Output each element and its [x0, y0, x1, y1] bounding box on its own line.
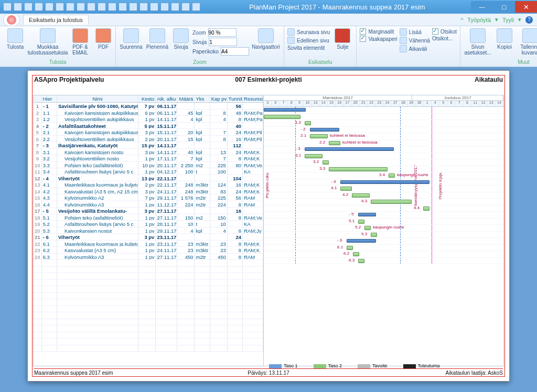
qat-misc3-icon[interactable] — [119, 3, 127, 11]
gantt-row: 5.3 — [264, 232, 503, 238]
legend-sw-4 — [403, 364, 416, 368]
summary-bar — [310, 128, 339, 132]
table-row — [34, 293, 263, 300]
group-print: Tulosta Muokkaa tulostusasetuksia PDF & … — [0, 26, 116, 67]
arrow-right-icon — [287, 28, 295, 36]
table-row — [34, 325, 263, 332]
group-label-other: Muut — [464, 59, 537, 66]
papersize-input[interactable] — [221, 47, 249, 56]
qat-paste-icon[interactable] — [66, 3, 74, 11]
qat-misc1-icon[interactable] — [98, 3, 106, 11]
gantt-body: Projektin alku Projektin loppu Itsenäisy… — [264, 107, 503, 264]
qat-misc2-icon[interactable] — [108, 3, 116, 11]
qat-misc6-icon[interactable] — [150, 3, 158, 11]
tab-preview-print[interactable]: Esikatselu ja tulostus — [23, 15, 89, 25]
pages-input[interactable] — [209, 38, 237, 46]
bar-id-label: 2.2 — [319, 140, 325, 145]
page-header: ASApro Projektipalvelu 007 Esimerkki-pro… — [34, 76, 503, 92]
gantt-row: - 5 — [264, 212, 503, 219]
headers-checkbox[interactable] — [432, 28, 438, 35]
save-image-button[interactable]: Tallenna kuvana — [517, 27, 537, 56]
gantt-row: 3.3 — [264, 166, 503, 173]
fit-elements-button[interactable]: Sovita elementit — [287, 45, 330, 51]
qat-print-icon[interactable] — [35, 3, 43, 11]
gantt-row: 4.2 — [264, 192, 503, 199]
help-icon[interactable]: ? — [525, 16, 533, 24]
qat-redo-icon[interactable] — [87, 3, 95, 11]
app-orb[interactable] — [3, 14, 20, 26]
qat-misc10-icon[interactable] — [192, 3, 200, 11]
headers-settings-button[interactable]: Otsikot... — [432, 36, 457, 41]
landscape-checkbox[interactable] — [360, 36, 366, 42]
qat-save-icon[interactable] — [24, 3, 33, 11]
table-row — [34, 280, 263, 287]
print-button[interactable]: Tulosta — [3, 27, 27, 50]
bar-id-label: 4.3 — [361, 199, 367, 203]
gantt-row: 6.2 — [264, 251, 503, 258]
table-row: 113.4Asfalttirouheen lisäys (arvio 5 c1 … — [34, 168, 263, 175]
pdf-button[interactable]: PDF — [94, 27, 112, 50]
zoom-label: Zoom — [192, 30, 206, 36]
task-bar — [353, 252, 359, 256]
table-row: 4- 2Asfalttilaattakohteet5 pv15.11.1740 — [34, 123, 263, 129]
qat-open-icon[interactable] — [14, 3, 22, 11]
qat-cut-icon[interactable] — [45, 3, 53, 11]
close-x-icon — [335, 28, 350, 43]
close-preview-button[interactable]: Sulje — [332, 27, 353, 50]
window-buttons: — ▢ ✕ — [471, 1, 537, 13]
style-menu[interactable]: Tyyli — [502, 17, 514, 23]
header-mid: 007 Esimerkki-projekti — [34, 76, 503, 83]
qat-misc7-icon[interactable] — [160, 3, 169, 11]
gantt-row: - 4 — [264, 179, 503, 186]
zoom-in-button[interactable]: Suurenna — [119, 27, 143, 50]
zoom-input[interactable] — [208, 28, 237, 37]
pdf-email-button[interactable]: PDF & EMAIL — [68, 27, 92, 56]
qat-misc4-icon[interactable] — [129, 3, 137, 11]
remove-button[interactable]: Vähennä — [400, 37, 430, 44]
task-bar — [305, 121, 311, 125]
legend-sw-2 — [314, 364, 326, 368]
table-row — [34, 312, 263, 319]
task-bar — [347, 246, 353, 250]
gantt-row: 5.2kaupungin rouhe — [264, 225, 503, 232]
group-other: Sivun asetukset... Kopioi Tallenna kuvan… — [460, 26, 537, 67]
next-page-button[interactable]: Seuraava sivu — [287, 28, 330, 36]
page-setup-icon — [470, 28, 486, 43]
task-bar — [323, 160, 329, 165]
qat-misc5-icon[interactable] — [139, 3, 148, 11]
table-row: 83.1Kaivojen kansistojen nosto3 pv14.11.… — [34, 149, 263, 156]
task-bar — [358, 259, 364, 263]
navigator-button[interactable]: Navigaattori — [251, 27, 281, 50]
page-footer: Maanrakennus suppea 2017 esim Päiväys: 1… — [34, 368, 503, 376]
add-button[interactable]: Lisää — [400, 28, 430, 36]
minimize-button[interactable]: — — [471, 1, 493, 13]
desktop-menu[interactable]: Työpöytä — [467, 17, 491, 23]
prev-page-button[interactable]: Edellinen sivu — [287, 37, 330, 44]
margins-checkbox[interactable] — [360, 28, 366, 35]
papersize-label: Paperikoko — [192, 49, 219, 55]
pages-button[interactable]: Sivuja — [171, 27, 190, 50]
bar-id-label: 3.3 — [319, 166, 325, 171]
zoom-out-button[interactable]: Pienennä — [145, 27, 169, 50]
qat-copy-icon[interactable] — [56, 3, 64, 11]
close-button[interactable]: ✕ — [515, 1, 537, 13]
bar-id-label: 3.4 — [379, 172, 385, 177]
qat-new-icon[interactable] — [3, 3, 12, 11]
gantt-row: - 1 — [264, 107, 503, 114]
maximize-button[interactable]: ▢ — [493, 1, 515, 13]
qat-undo-icon[interactable] — [77, 3, 85, 11]
bar-id-label: - 4 — [331, 179, 336, 184]
page-setup-button[interactable]: Sivun asetukset... — [464, 27, 492, 56]
task-bar — [389, 173, 395, 178]
qat-misc8-icon[interactable] — [171, 3, 179, 11]
bar-id-label: - 5 — [349, 212, 353, 216]
copy-button[interactable]: Kopioi — [494, 27, 515, 50]
print-settings-button[interactable]: Muokkaa tulostusasetuksia — [29, 27, 66, 56]
qat-misc9-icon[interactable] — [181, 3, 190, 11]
table-row — [34, 339, 263, 345]
gantt-row: 5.1 — [264, 219, 503, 225]
table-row: 62.2Vesijohtoventtiilien aukipiikkaus2 p… — [34, 136, 263, 143]
timespan-button[interactable]: Aikaväli — [400, 45, 430, 52]
table-row: 236.2Kasvualustat (A3 5 cm)1 pv24.11.172… — [34, 247, 263, 254]
table-row: 31.2Vesijohtoventtiilien aukipiikkaus1 p… — [34, 116, 263, 123]
